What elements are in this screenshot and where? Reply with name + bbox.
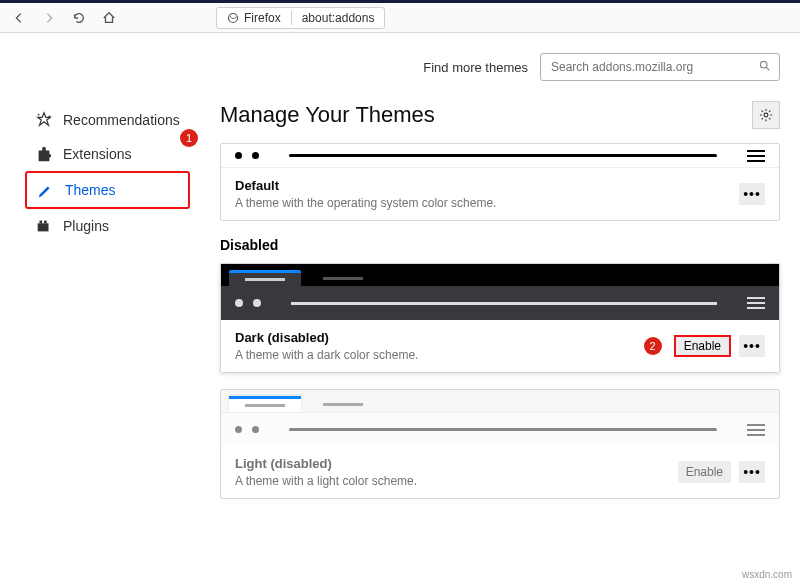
browser-toolbar: Firefox about:addons bbox=[0, 3, 800, 33]
reload-button[interactable] bbox=[66, 7, 92, 29]
puzzle-icon bbox=[35, 145, 53, 163]
browser-name: Firefox bbox=[244, 11, 281, 25]
gear-icon bbox=[759, 108, 773, 122]
enable-button[interactable]: Enable bbox=[678, 461, 731, 483]
sidebar-item-label: Plugins bbox=[63, 218, 109, 234]
forward-button[interactable] bbox=[36, 7, 62, 29]
sidebar-item-themes[interactable]: Themes bbox=[25, 171, 190, 209]
url-bar[interactable]: Firefox about:addons bbox=[216, 7, 385, 29]
svg-rect-5 bbox=[44, 221, 47, 224]
theme-card-dark: Dark (disabled) A theme with a dark colo… bbox=[220, 263, 780, 373]
hamburger-icon bbox=[747, 150, 765, 162]
theme-card-default: Default A theme with the operating syste… bbox=[220, 143, 780, 221]
search-icon bbox=[758, 59, 771, 75]
sidebar-item-recommendations[interactable]: Recommendations bbox=[25, 103, 190, 137]
main-panel: Find more themes Search addons.mozilla.o… bbox=[190, 33, 800, 584]
theme-title: Light (disabled) bbox=[235, 456, 678, 471]
svg-point-2 bbox=[49, 116, 51, 118]
theme-card-light: Light (disabled) A theme with a light co… bbox=[220, 389, 780, 499]
sidebar-item-label: Extensions bbox=[63, 146, 131, 162]
svg-rect-4 bbox=[40, 221, 43, 224]
more-button[interactable]: ••• bbox=[739, 183, 765, 205]
search-input[interactable]: Search addons.mozilla.org bbox=[540, 53, 780, 81]
theme-desc: A theme with a light color scheme. bbox=[235, 474, 678, 488]
home-button[interactable] bbox=[96, 7, 122, 29]
svg-point-7 bbox=[764, 113, 768, 117]
plugin-icon bbox=[35, 217, 53, 235]
find-more-link[interactable]: Find more themes bbox=[423, 60, 528, 75]
url-text: about:addons bbox=[292, 11, 385, 25]
theme-preview-light bbox=[221, 390, 779, 446]
enable-button[interactable]: Enable bbox=[674, 335, 731, 357]
page-title: Manage Your Themes bbox=[220, 102, 435, 128]
svg-point-1 bbox=[38, 114, 40, 116]
more-button[interactable]: ••• bbox=[739, 335, 765, 357]
theme-desc: A theme with a dark color scheme. bbox=[235, 348, 644, 362]
sidebar-item-extensions[interactable]: Extensions 1 bbox=[25, 137, 190, 171]
annotation-badge-2: 2 bbox=[644, 337, 662, 355]
hamburger-icon bbox=[747, 297, 765, 309]
brush-icon bbox=[37, 181, 55, 199]
star-icon bbox=[35, 111, 53, 129]
theme-desc: A theme with the operating system color … bbox=[235, 196, 739, 210]
theme-title: Default bbox=[235, 178, 739, 193]
watermark: wsxdn.com bbox=[742, 569, 792, 580]
sidebar-item-plugins[interactable]: Plugins bbox=[25, 209, 190, 243]
section-disabled: Disabled bbox=[220, 237, 780, 253]
sidebar-item-label: Recommendations bbox=[63, 112, 180, 128]
back-button[interactable] bbox=[6, 7, 32, 29]
hamburger-icon bbox=[747, 424, 765, 436]
annotation-badge-1: 1 bbox=[180, 129, 198, 147]
more-button[interactable]: ••• bbox=[739, 461, 765, 483]
firefox-icon bbox=[227, 12, 239, 24]
svg-point-6 bbox=[760, 61, 767, 68]
settings-button[interactable] bbox=[752, 101, 780, 129]
search-placeholder: Search addons.mozilla.org bbox=[551, 60, 693, 74]
theme-preview bbox=[221, 144, 779, 168]
svg-rect-3 bbox=[38, 223, 49, 231]
theme-preview-dark bbox=[221, 264, 779, 320]
sidebar-item-label: Themes bbox=[65, 182, 116, 198]
theme-title: Dark (disabled) bbox=[235, 330, 644, 345]
sidebar: Recommendations Extensions 1 Themes Plug… bbox=[25, 33, 190, 584]
